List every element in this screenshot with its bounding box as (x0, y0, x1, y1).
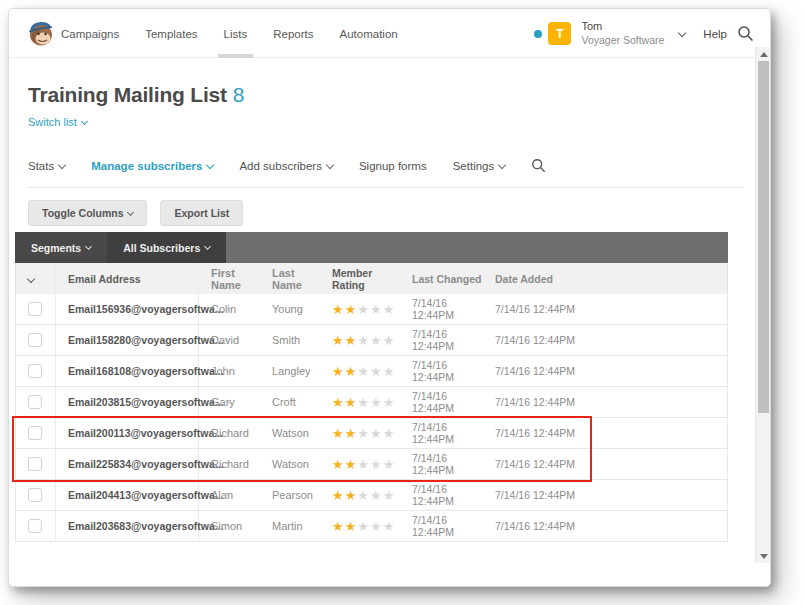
row-checkbox[interactable] (28, 333, 42, 347)
scrollbar-thumb[interactable] (758, 61, 769, 413)
table-header-row: Email Address First Name Last Name Membe… (15, 263, 728, 294)
last-changed-cell: 7/14/16 12:44PM (402, 418, 485, 448)
nav-item-automation[interactable]: Automation (340, 9, 398, 58)
tab-add-subscribers[interactable]: Add subscribers (239, 160, 332, 172)
star-rating: ★★★★★ (332, 365, 395, 378)
nav-item-campaigns[interactable]: Campaigns (61, 9, 119, 58)
scroll-down-arrow[interactable] (756, 549, 771, 563)
date-added-cell: 7/14/16 12:44PM (485, 356, 727, 386)
member-rating-cell: ★★★★★ (322, 418, 402, 448)
first-name-cell: Richard (199, 418, 260, 448)
star-filled-icon: ★ (332, 426, 345, 441)
segment-bar: Segments All Subscribers (15, 232, 728, 263)
table-toolbar: Toggle Columns Export List (28, 200, 243, 226)
date-added-cell: 7/14/16 12:44PM (485, 387, 727, 417)
row-checkbox[interactable] (28, 488, 42, 502)
star-filled-icon: ★ (345, 426, 358, 441)
star-filled-icon: ★ (332, 302, 345, 317)
tab-label: Manage subscribers (91, 160, 202, 172)
row-checkbox[interactable] (28, 395, 42, 409)
account-company: Voyager Software (581, 34, 664, 47)
select-all-dropdown[interactable] (16, 263, 56, 294)
account-name-block[interactable]: Tom Voyager Software (581, 20, 664, 47)
date-added-cell: 7/14/16 12:44PM (485, 294, 727, 324)
column-header-email[interactable]: Email Address (56, 263, 199, 294)
star-empty-icon: ★ (370, 333, 383, 348)
member-rating-cell: ★★★★★ (322, 356, 402, 386)
last-changed-cell: 7/14/16 12:44PM (402, 511, 485, 541)
mailchimp-logo-icon[interactable] (25, 19, 55, 47)
all-subscribers-dropdown[interactable]: All Subscribers (107, 232, 226, 263)
nav-label: Campaigns (61, 28, 119, 40)
row-checkbox[interactable] (28, 426, 42, 440)
list-tabs: Stats Manage subscribers Add subscribers… (28, 158, 546, 173)
column-header-last-name[interactable]: Last Name (260, 263, 322, 294)
button-label: Export List (174, 207, 229, 219)
subscriber-search-icon[interactable] (531, 158, 546, 173)
chevron-down-icon (81, 118, 88, 125)
date-added-cell: 7/14/16 12:44PM (485, 449, 727, 479)
nav-label: Automation (340, 28, 398, 40)
last-changed-cell: 7/14/16 12:44PM (402, 449, 485, 479)
last-changed-cell: 7/14/16 12:44PM (402, 356, 485, 386)
star-empty-icon: ★ (357, 364, 370, 379)
chevron-down-icon[interactable] (678, 28, 686, 36)
chevron-down-icon (206, 160, 214, 168)
last-name-cell: Pearson (260, 480, 322, 510)
date-added-cell: 7/14/16 12:44PM (485, 325, 727, 355)
export-list-button[interactable]: Export List (160, 200, 243, 226)
segments-dropdown[interactable]: Segments (15, 232, 107, 263)
column-header-date-added[interactable]: Date Added (485, 263, 727, 294)
table-row: Email156936@voyagersoftwa... Colin Young… (15, 294, 728, 325)
row-checkbox[interactable] (28, 457, 42, 471)
switch-list-link[interactable]: Switch list (28, 116, 87, 128)
star-filled-icon: ★ (345, 333, 358, 348)
avatar[interactable]: T (548, 22, 571, 45)
scroll-up-arrow[interactable] (756, 47, 771, 61)
help-link[interactable]: Help (703, 28, 727, 40)
last-changed-cell: 7/14/16 12:44PM (402, 387, 485, 417)
chevron-down-icon (58, 160, 66, 168)
nav-item-templates[interactable]: Templates (145, 9, 197, 58)
row-checkbox[interactable] (28, 519, 42, 533)
member-rating-cell: ★★★★★ (322, 480, 402, 510)
divider (28, 187, 744, 188)
last-name-cell: Martin (260, 511, 322, 541)
row-checkbox[interactable] (28, 364, 42, 378)
search-icon[interactable] (737, 25, 754, 42)
nav-item-reports[interactable]: Reports (273, 9, 313, 58)
star-filled-icon: ★ (345, 519, 358, 534)
star-empty-icon: ★ (370, 364, 383, 379)
tab-stats[interactable]: Stats (28, 160, 65, 172)
top-navbar: Campaigns Templates Lists Reports Automa… (9, 9, 770, 58)
star-filled-icon: ★ (345, 457, 358, 472)
member-rating-cell: ★★★★★ (322, 511, 402, 541)
star-filled-icon: ★ (345, 302, 358, 317)
star-empty-icon: ★ (370, 457, 383, 472)
last-name-cell: Watson (260, 418, 322, 448)
account-area: T Tom Voyager Software Help (534, 9, 754, 58)
star-empty-icon: ★ (383, 395, 396, 410)
column-header-first-name[interactable]: First Name (199, 263, 260, 294)
star-filled-icon: ★ (345, 488, 358, 503)
tab-settings[interactable]: Settings (453, 160, 506, 172)
tab-signup-forms[interactable]: Signup forms (359, 160, 427, 172)
member-rating-cell: ★★★★★ (322, 387, 402, 417)
star-empty-icon: ★ (357, 519, 370, 534)
column-header-last-changed[interactable]: Last Changed (402, 263, 485, 294)
member-rating-cell: ★★★★★ (322, 294, 402, 324)
tab-label: Signup forms (359, 160, 427, 172)
tab-manage-subscribers[interactable]: Manage subscribers (91, 160, 213, 172)
column-header-member-rating[interactable]: Member Rating (322, 263, 402, 294)
nav-item-lists[interactable]: Lists (224, 9, 248, 58)
table-row: Email203815@voyagersoftwa... Gary Croft … (15, 387, 728, 418)
star-rating: ★★★★★ (332, 458, 395, 471)
member-rating-cell: ★★★★★ (322, 325, 402, 355)
star-empty-icon: ★ (370, 519, 383, 534)
star-empty-icon: ★ (383, 519, 396, 534)
row-checkbox[interactable] (28, 302, 42, 316)
chevron-down-icon (27, 274, 35, 282)
vertical-scrollbar[interactable] (755, 47, 770, 563)
toggle-columns-button[interactable]: Toggle Columns (28, 200, 147, 226)
tab-label: Add subscribers (239, 160, 321, 172)
